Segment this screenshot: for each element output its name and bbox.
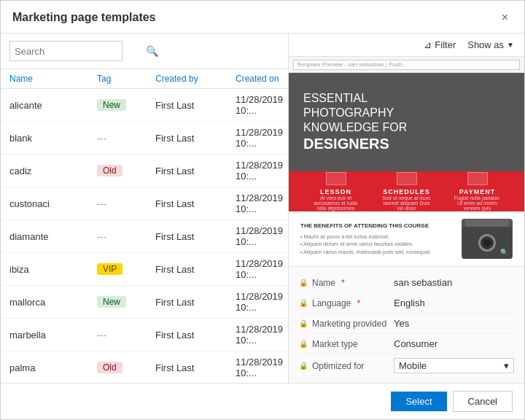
hero-line3: KNOWLEDGE FOR: [303, 121, 407, 134]
required-indicator: *: [341, 278, 345, 288]
benefits-heading: THE BENEFITS OF ATTENDING THIS COURSE: [300, 222, 453, 230]
row-tag: Old: [97, 362, 155, 373]
schedules-icon: [397, 172, 417, 185]
dialog-header: Marketing page templates ×: [1, 1, 524, 34]
detail-label: Market type: [312, 339, 358, 349]
row-created-by: First Last: [155, 133, 236, 144]
row-created-by: First Last: [155, 362, 236, 373]
chevron-down-icon: ▼: [507, 41, 514, 49]
row-created-on: 11/28/2019 10:...: [236, 258, 283, 280]
dialog-title: Marketing page templates: [12, 11, 156, 24]
detail-value: English: [394, 298, 514, 308]
preview-content: ESSENTIAL PHOTOGRAPHY KNOWLEDGE FOR DESI…: [289, 73, 524, 266]
table-row[interactable]: mallorcaNewFirst Last11/28/2019 10:...: [1, 286, 288, 319]
row-tag: New: [97, 99, 155, 111]
search-bar: 🔍: [1, 34, 288, 69]
red-item-payment: PAYMENT Fugiat nulla pariatur. Ut enim a…: [452, 172, 503, 211]
hero-line1: ESSENTIAL: [303, 92, 407, 105]
search-icon-button[interactable]: 🔍: [141, 44, 163, 58]
table-row[interactable]: ibizaVIPFirst Last11/28/2019 10:...: [1, 253, 288, 286]
table-row[interactable]: cadizOldFirst Last11/28/2019 10:...: [1, 155, 288, 187]
left-panel: 🔍 Name Tag Created by Created on alicant…: [1, 34, 289, 383]
schedules-text: Sed ut neque at nunc laoreet aliquam Dui…: [381, 195, 432, 211]
row-tag: ---: [97, 133, 155, 144]
table-row[interactable]: palmaOldFirst Last11/28/2019 10:...: [1, 351, 288, 383]
detail-value: Yes: [394, 318, 514, 329]
row-name: mallorca: [9, 297, 97, 308]
lesson-label: LESSON: [320, 188, 351, 195]
table-row[interactable]: diamante---First Last11/28/2019 10:...: [1, 220, 288, 253]
table-body: alicanteNewFirst Last11/28/2019 10:...bl…: [1, 89, 288, 383]
detail-row: 🔒Marketing providedYes: [299, 314, 514, 334]
row-created-on: 11/28/2019 10:...: [236, 291, 283, 313]
show-as-label: Show as: [467, 39, 504, 50]
preview-url-text: Template Preview - san sebastian | Push.…: [297, 61, 407, 68]
row-tag: VIP: [97, 263, 155, 275]
detail-label-wrap: 🔒Market type: [299, 339, 394, 349]
hero-line2: PHOTOGRAPHY: [303, 106, 407, 120]
detail-value: san sebastian: [394, 277, 514, 288]
preview-text-block: THE BENEFITS OF ATTENDING THIS COURSE • …: [300, 222, 453, 257]
row-created-by: First Last: [155, 264, 236, 275]
table-row[interactable]: alicanteNewFirst Last11/28/2019 10:...: [1, 89, 288, 122]
table-row[interactable]: custonaci---First Last11/28/2019 10:...: [1, 187, 288, 220]
preview-url-bar: Template Preview - san sebastian | Push.…: [293, 60, 520, 70]
payment-label: PAYMENT: [459, 188, 496, 195]
right-panel: ⊿ Filter Show as ▼ Template Preview - sa…: [289, 34, 524, 383]
marketing-templates-dialog: Marketing page templates × 🔍 Name Tag Cr…: [0, 0, 525, 420]
detail-row: 🔒Market typeConsumer: [299, 334, 514, 354]
lesson-text: At vero eos et accusamus et iusto odio d…: [311, 195, 362, 211]
close-button[interactable]: ×: [497, 9, 513, 26]
detail-value: Consumer: [394, 338, 514, 349]
row-created-by: First Last: [155, 100, 236, 111]
lock-icon: 🔒: [299, 340, 308, 348]
row-name: palma: [9, 362, 97, 373]
row-created-by: First Last: [155, 231, 236, 242]
detail-label: Optimized for: [312, 361, 364, 371]
row-name: ibiza: [9, 264, 97, 275]
dialog-footer: Select Cancel: [1, 383, 524, 419]
row-tag: Old: [97, 165, 155, 176]
table-row[interactable]: blank---First Last11/28/2019 10:...: [1, 122, 288, 155]
row-tag: ---: [97, 198, 155, 209]
row-name: blank: [9, 133, 97, 144]
row-name: alicante: [9, 100, 97, 111]
preview-mock: Template Preview - san sebastian | Push.…: [289, 57, 524, 266]
row-tag: ---: [97, 231, 155, 242]
required-indicator: *: [357, 298, 360, 308]
col-header-created-on[interactable]: Created on: [236, 74, 279, 84]
col-header-tag[interactable]: Tag: [97, 74, 155, 84]
search-input[interactable]: [10, 44, 141, 58]
row-created-on: 11/28/2019 10:...: [236, 160, 283, 182]
camera-lens-inner: [483, 239, 491, 246]
row-created-on: 11/28/2019 10:...: [236, 357, 283, 378]
preview-top-bar: Template Preview - san sebastian | Push.…: [289, 57, 524, 73]
row-created-by: First Last: [155, 330, 236, 341]
row-tag: ---: [97, 330, 155, 341]
preview-red-section: LESSON At vero eos et accusamus et iusto…: [289, 171, 524, 211]
details-section: 🔒Name *san sebastian🔒Language *English🔒M…: [289, 266, 524, 383]
dropdown-chevron-icon: ▾: [504, 360, 509, 371]
table-row[interactable]: marbella---First Last11/28/2019 10:...: [1, 319, 288, 351]
preview-hero: ESSENTIAL PHOTOGRAPHY KNOWLEDGE FOR DESI…: [289, 73, 524, 171]
col-header-name[interactable]: Name: [9, 74, 97, 84]
lesson-icon: [326, 172, 346, 185]
select-button[interactable]: Select: [391, 392, 446, 411]
filter-button[interactable]: ⊿ Filter: [424, 39, 456, 50]
payment-icon: [467, 172, 488, 185]
row-created-by: First Last: [155, 198, 236, 209]
right-top-bar: ⊿ Filter Show as ▼: [289, 34, 524, 57]
row-created-on: 11/28/2019 10:...: [236, 324, 283, 346]
show-as-button[interactable]: Show as ▼: [467, 39, 514, 50]
camera-lens: [478, 234, 496, 252]
cancel-button[interactable]: Cancel: [453, 391, 513, 412]
detail-dropdown[interactable]: Mobile▾: [394, 358, 514, 373]
filter-label: Filter: [435, 39, 456, 50]
detail-label-wrap: 🔒Optimized for: [299, 361, 394, 371]
preview-area: Template Preview - san sebastian | Push.…: [289, 57, 524, 266]
row-created-on: 11/28/2019 10:...: [236, 127, 283, 149]
hero-line4: DESIGNERS: [303, 136, 407, 152]
col-header-created-by[interactable]: Created by: [155, 74, 236, 84]
dialog-body: 🔍 Name Tag Created by Created on alicant…: [1, 34, 524, 383]
payment-text: Fugiat nulla pariatur. Ut enim ad minim …: [452, 195, 503, 211]
